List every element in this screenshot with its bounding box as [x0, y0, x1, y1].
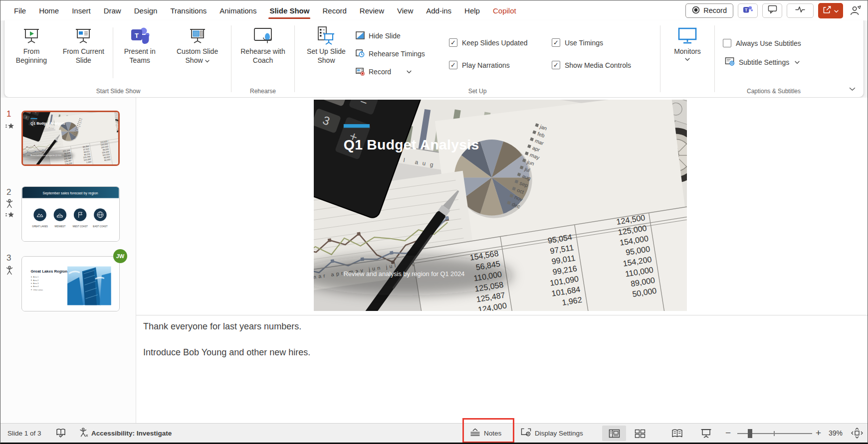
- zoom-slider-thumb[interactable]: [748, 429, 752, 438]
- custom-slide-show-button[interactable]: Custom Slide Show: [166, 22, 229, 85]
- slide-subtitle[interactable]: Review and analysis by region for Q1 202…: [30, 154, 61, 156]
- fit-slide-to-window-button[interactable]: [851, 424, 863, 443]
- tab-file[interactable]: File: [7, 0, 32, 20]
- checkbox-label: Keep Slides Updated: [462, 39, 528, 47]
- from-current-slide-button[interactable]: From Current Slide: [55, 22, 112, 85]
- monitor-icon: [677, 24, 698, 47]
- tab-review[interactable]: Review: [353, 0, 391, 20]
- tab-copilot[interactable]: Copilot: [486, 0, 523, 20]
- slide-thumbnail-3[interactable]: Great Lakes Region Area 1 Area 2 Area 3 …: [21, 256, 120, 311]
- svg-text:Area 4: Area 4: [33, 286, 38, 288]
- display-settings-icon: [520, 428, 532, 439]
- checkbox-show-media-controls[interactable]: Show Media Controls: [552, 61, 649, 69]
- slide-canvas[interactable]: jun jul aug sep oct nov dec 7 6 5: [314, 100, 687, 311]
- custom-slide-show-label: Custom Slide Show: [169, 47, 226, 65]
- tab-insert[interactable]: Insert: [65, 0, 97, 20]
- slide-1-artwork: jun jul aug sep oct nov dec 7 6 5: [23, 112, 118, 164]
- animation-star-icon[interactable]: [5, 211, 15, 221]
- notes-line[interactable]: Introduce Bob Young and other new hires.: [143, 347, 853, 358]
- slide-1-number: 1: [6, 109, 11, 119]
- slide-editor: jun jul aug sep oct nov dec 7 6 5: [136, 98, 868, 425]
- share-button[interactable]: [818, 3, 843, 18]
- checkbox-use-timings[interactable]: Use Timings: [552, 38, 649, 47]
- proofing-check-icon[interactable]: [55, 424, 66, 443]
- comments-button[interactable]: [762, 3, 782, 18]
- from-beginning-label: From Beginning: [10, 47, 52, 65]
- tab-home[interactable]: Home: [32, 0, 65, 20]
- group-divider: [231, 25, 231, 92]
- account-person-icon[interactable]: [848, 5, 864, 16]
- notes-pane[interactable]: Thank everyone for last years numbers. I…: [143, 321, 853, 373]
- display-settings-button[interactable]: Display Settings: [520, 424, 583, 443]
- chevron-down-icon[interactable]: [407, 70, 412, 74]
- set-up-slide-show-label: Set Up Slide Show: [304, 47, 348, 65]
- slide-subtitle[interactable]: Review and analysis by region for Q1 202…: [344, 270, 465, 278]
- rehearse-with-coach-button[interactable]: Rehearse with Coach: [233, 22, 292, 85]
- group-inner-divider: [113, 27, 113, 78]
- slide-title[interactable]: Q1 Budget Analysis: [30, 122, 65, 126]
- title-accent-bar: [344, 124, 370, 128]
- monitors-label: Monitors: [674, 47, 701, 56]
- tab-design[interactable]: Design: [128, 0, 164, 20]
- tab-animations[interactable]: Animations: [213, 0, 263, 20]
- collapse-ribbon-icon[interactable]: [849, 84, 856, 93]
- hide-slide-button[interactable]: Hide Slide: [353, 30, 442, 42]
- slide-sorter-view-button[interactable]: [628, 426, 652, 441]
- tab-transitions[interactable]: Transitions: [164, 0, 213, 20]
- subtitle-settings-label: Subtitle Settings: [739, 58, 789, 66]
- reading-view-button[interactable]: [665, 426, 689, 441]
- slide-2-number: 2: [6, 187, 11, 197]
- hide-slide-icon: [355, 31, 365, 41]
- monitors-button[interactable]: Monitors: [671, 22, 704, 85]
- rehearse-timings-button[interactable]: Rehearse Timings: [353, 48, 442, 60]
- slide-show-view-button[interactable]: [694, 426, 718, 441]
- tab-draw[interactable]: Draw: [97, 0, 128, 20]
- group-label-start-slide-show: Start Slide Show: [7, 85, 229, 97]
- slide-indicator[interactable]: Slide 1 of 3: [7, 424, 41, 443]
- tab-view[interactable]: View: [391, 0, 420, 20]
- animation-star-icon[interactable]: [5, 123, 15, 132]
- notes-line[interactable]: Thank everyone for last years numbers.: [143, 321, 853, 332]
- coauthor-presence-badge[interactable]: JW: [113, 249, 127, 263]
- group-divider: [294, 25, 295, 92]
- checkbox-keep-slides-updated[interactable]: Keep Slides Updated: [449, 38, 542, 47]
- tab-record[interactable]: Record: [316, 0, 353, 20]
- checkbox-play-narrations[interactable]: Play Narrations: [449, 61, 542, 69]
- checkbox-always-use-subtitles[interactable]: Always Use Subtitles: [723, 39, 801, 47]
- hide-slide-label: Hide Slide: [369, 32, 401, 40]
- group-divider: [714, 25, 715, 92]
- accessibility-icon: [79, 428, 88, 439]
- comment-icon: [768, 5, 777, 16]
- slide-thumbnail-1[interactable]: jun jul aug sep oct nov dec 7 6 5: [21, 111, 120, 166]
- tab-add-ins[interactable]: Add-ins: [420, 0, 458, 20]
- checkbox-box: [449, 61, 457, 69]
- buildings-photo: [67, 267, 111, 305]
- checkbox-box: [552, 61, 560, 69]
- slide-title[interactable]: Q1 Budget Analysis: [344, 137, 479, 152]
- record-slide-show-button[interactable]: Record: [353, 66, 442, 78]
- zoom-level[interactable]: 39%: [829, 424, 843, 443]
- presence-activity-button[interactable]: [787, 3, 814, 18]
- svg-text:Area 2: Area 2: [33, 280, 38, 282]
- from-beginning-button[interactable]: From Beginning: [7, 22, 55, 85]
- chevron-down-icon: [685, 58, 690, 61]
- slide-thumbnail-2[interactable]: September sales forecast by region GREAT…: [21, 186, 120, 242]
- group-label-rehearse: Rehearse: [233, 85, 292, 97]
- zoom-in-button[interactable]: +: [816, 424, 821, 443]
- notes-divider[interactable]: [136, 315, 868, 315]
- accessibility-check-button[interactable]: Accessibility: Investigate: [79, 424, 172, 443]
- normal-view-button[interactable]: [602, 426, 626, 441]
- svg-text:Great Lakes Region: Great Lakes Region: [30, 269, 67, 274]
- record-presentation-button[interactable]: Record: [685, 3, 733, 18]
- zoom-out-button[interactable]: −: [725, 424, 731, 443]
- notes-toggle-button[interactable]: Notes: [469, 424, 501, 443]
- set-up-slide-show-button[interactable]: Set Up Slide Show: [301, 22, 351, 85]
- slide-3-number: 3: [6, 253, 11, 263]
- teams-meeting-button[interactable]: T: [738, 3, 758, 18]
- present-in-teams-button[interactable]: T Present in Teams: [114, 22, 166, 85]
- subtitle-settings-button[interactable]: Subtitle Settings: [723, 56, 802, 69]
- tab-help[interactable]: Help: [458, 0, 486, 20]
- svg-text:MIDWEST: MIDWEST: [55, 225, 66, 228]
- zoom-slider-center-tick: [774, 431, 775, 436]
- tab-slide-show[interactable]: Slide Show: [263, 0, 316, 20]
